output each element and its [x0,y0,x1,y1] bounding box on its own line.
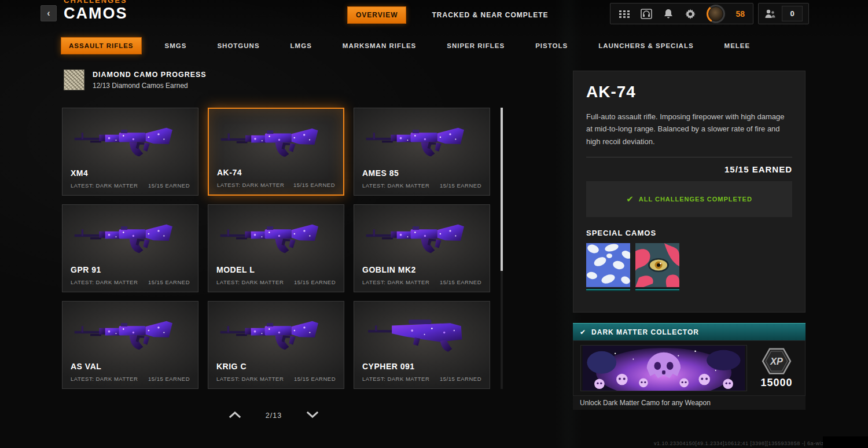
chevron-down-icon [306,411,319,418]
special-camo-blue-blob-thumbnail[interactable] [586,243,630,291]
weapon-card-as-val[interactable]: AS VAL LATEST: DARK MATTER15/15 EARNED [62,301,198,389]
weapon-image [219,212,333,263]
camo-progress-bar [635,288,679,291]
weapon-image [365,309,479,359]
tab-launchers-specials[interactable]: LAUNCHERS & SPECIALS [591,38,701,54]
weapon-name: KRIG C [216,362,247,371]
pagination: 2/13 [227,408,320,423]
camo-progress-bar [586,288,630,291]
grid-scrollbar [501,108,503,389]
weapon-latest-camo: LATEST: DARK MATTER [362,376,429,382]
weapon-name: GPR 91 [71,265,101,274]
challenges-completed-label: ALL CHALLENGES COMPLETED [639,196,752,203]
page-indicator: 2/13 [266,412,282,420]
weapon-latest-camo: LATEST: DARK MATTER [216,279,284,285]
tab-overview[interactable]: OVERVIEW [347,6,406,24]
weapon-category-tabs: ASSAULT RIFLES SMGS SHOTGUNS LMGS MARKSM… [61,37,757,54]
weapon-earned-count: 15/15 EARNED [294,279,336,285]
tab-lmgs[interactable]: LMGS [283,38,319,54]
special-camos-row [586,243,792,291]
menu-grid-icon[interactable] [619,8,630,20]
dark-matter-camo-art [580,345,747,391]
weapon-name: GOBLIN MK2 [362,265,416,274]
progress-subtitle: 12/13 Diamond Camos Earned [93,82,207,90]
tab-sniper-rifles[interactable]: SNIPER RIFLES [439,38,512,54]
weapon-earned-count: 15/15 EARNED [148,182,190,189]
page-eyebrow: CHALLENGES [64,0,128,5]
weapon-image [365,212,479,263]
settings-gear-icon[interactable] [685,8,696,20]
blue-blob-camo-image [586,243,630,287]
weapon-card-cypher-091[interactable]: CYPHER 091 LATEST: DARK MATTER15/15 EARN… [354,301,490,389]
weapon-image [365,115,479,166]
weapon-latest-camo: LATEST: DARK MATTER [362,279,429,285]
weapon-name: AK-74 [217,168,242,177]
build-version-text: v1.10.23304150[49.1.2334]10612;41 [3398]… [654,440,836,446]
diamond-camo-progress: DIAMOND CAMO PROGRESS 12/13 Diamond Camo… [64,69,207,90]
detail-weapon-title: AK-74 [586,83,792,101]
weapon-detail-panel: AK-74 Full-auto assault rifle. Imposing … [573,71,806,313]
xp-reward-value: 15000 [760,377,792,389]
weapon-card-ak-74[interactable]: AK-74 LATEST: DARK MATTER15/15 EARNED [208,108,344,196]
weapon-latest-camo: LATEST: DARK MATTER [362,182,429,189]
player-level: 58 [735,9,745,19]
weapon-image [73,212,187,263]
avatar-image [708,6,723,21]
diamond-camo-swatch-icon [64,69,84,90]
weapon-latest-camo: LATEST: DARK MATTER [71,279,138,285]
friends-icon [764,8,776,20]
weapon-name: MODEL L [216,265,255,274]
page-up-button[interactable] [227,410,242,421]
corner-block [823,436,868,448]
tab-shotguns[interactable]: SHOTGUNS [209,38,267,54]
weapon-card-gpr-91[interactable]: GPR 91 LATEST: DARK MATTER15/15 EARNED [62,204,198,292]
challenges-completed-banner: ✔ ALL CHALLENGES COMPLETED [586,181,792,217]
weapon-card-xm4[interactable]: XM4 LATEST: DARK MATTER15/15 EARNED [62,108,198,196]
grid-scrollbar-thumb[interactable] [501,108,503,271]
social-cluster[interactable]: 0 [758,3,809,24]
weapon-card-model-l[interactable]: MODEL L LATEST: DARK MATTER15/15 EARNED [208,204,344,292]
special-camo-demon-eye-thumbnail[interactable] [635,243,679,291]
special-camos-title: SPECIAL CAMOS [586,229,792,237]
divider [586,157,792,157]
dark-matter-collector-header[interactable]: ✔ DARK MATTER COLLECTOR [573,323,806,340]
weapon-card-goblin-mk2[interactable]: GOBLIN MK2 LATEST: DARK MATTER15/15 EARN… [354,204,490,292]
reward-column: XP 15000 [755,348,798,389]
tab-tracked-near-complete[interactable]: TRACKED & NEAR COMPLETE [424,7,556,23]
weapon-earned-count: 15/15 EARNED [294,376,336,382]
weapon-grid: XM4 LATEST: DARK MATTER15/15 EARNED AK-7… [62,108,490,389]
weapon-earned-count: 15/15 EARNED [440,182,481,189]
weapon-card-ames-85[interactable]: AMES 85 LATEST: DARK MATTER15/15 EARNED [354,108,490,196]
detail-earned-count: 15/15 EARNED [586,164,792,174]
system-icon-cluster: 58 [610,3,753,24]
weapon-latest-camo: LATEST: DARK MATTER [216,376,284,382]
collector-description: Unlock Dark Matter Camo for any Weapon [573,396,806,410]
page-down-button[interactable] [305,410,320,421]
tab-pistols[interactable]: PISTOLS [528,38,575,54]
party-count: 0 [782,6,803,21]
weapon-latest-camo: LATEST: DARK MATTER [217,182,284,188]
notifications-bell-icon[interactable] [663,8,674,20]
check-icon: ✔ [626,194,634,204]
player-avatar[interactable] [707,5,725,23]
view-tabs: OVERVIEW TRACKED & NEAR COMPLETE [347,6,556,24]
weapon-image [219,309,333,359]
page-header: CHALLENGES CAMOS [64,0,128,23]
weapon-name: CYPHER 091 [362,362,415,371]
tab-melee[interactable]: MELEE [717,38,758,54]
weapon-card-krig-c[interactable]: KRIG C LATEST: DARK MATTER15/15 EARNED [208,301,344,389]
collector-title: DARK MATTER COLLECTOR [591,328,699,336]
chevron-left-icon: ‹ [47,8,50,19]
weapon-latest-camo: LATEST: DARK MATTER [71,376,138,382]
tab-assault-rifles[interactable]: ASSAULT RIFLES [61,37,142,54]
back-button[interactable]: ‹ [41,5,57,21]
demon-eye-camo-image [635,243,679,287]
top-right-toolbar: 58 0 [610,3,809,24]
tab-marksman-rifles[interactable]: MARKSMAN RIFLES [335,38,424,54]
check-icon: ✔ [580,328,586,336]
weapon-earned-count: 15/15 EARNED [148,279,190,285]
weapon-earned-count: 15/15 EARNED [440,279,481,285]
tab-smgs[interactable]: SMGS [157,38,194,54]
weapon-earned-count: 15/15 EARNED [440,376,481,382]
voice-chat-icon[interactable] [641,8,652,20]
